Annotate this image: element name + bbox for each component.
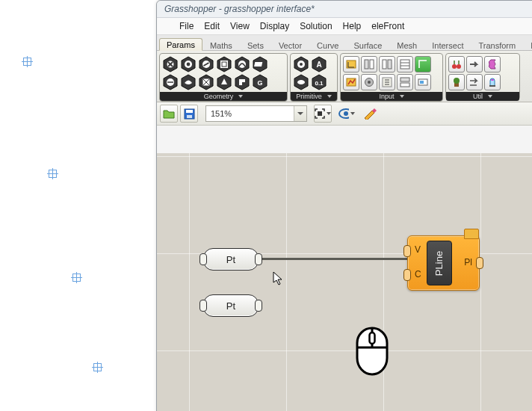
zoom-extents-button[interactable] — [314, 105, 332, 123]
node-input-grip[interactable] — [403, 269, 411, 281]
util-icon[interactable] — [484, 56, 501, 72]
polyline-component[interactable]: V C PLine Pl — [407, 235, 480, 291]
tab-transform[interactable]: Transform — [471, 39, 523, 51]
input-port-c[interactable]: C — [415, 269, 421, 279]
geometry-icon[interactable] — [216, 74, 232, 90]
menu-file[interactable]: File — [179, 21, 194, 31]
param-point-node[interactable]: Pt — [203, 248, 259, 271]
input-icon[interactable] — [379, 56, 395, 72]
sketch-button[interactable] — [362, 105, 378, 122]
geometry-icon[interactable] — [234, 74, 250, 90]
input-icon[interactable] — [361, 56, 377, 72]
tab-display-partial[interactable]: Displa — [523, 39, 532, 51]
node-input-grip[interactable] — [200, 253, 207, 265]
svg-text:0.1: 0.1 — [315, 80, 324, 87]
ribbon-panel-geometry: G Geometry — [159, 53, 288, 102]
menu-help[interactable]: Help — [343, 21, 362, 31]
tab-params[interactable]: Params — [159, 38, 202, 51]
node-output-grip[interactable] — [255, 300, 262, 312]
input-icon[interactable] — [415, 74, 431, 90]
component-body[interactable]: PLine — [427, 241, 452, 285]
input-port-v[interactable]: V — [415, 244, 421, 255]
crop-marker — [72, 274, 81, 282]
svg-rect-56 — [400, 83, 409, 87]
zoom-dropdown-icon[interactable] — [294, 106, 306, 121]
ribbon-panel-util: Util — [445, 53, 520, 100]
geometry-icon[interactable] — [180, 56, 197, 72]
panel-label[interactable]: Input — [341, 92, 442, 101]
wire[interactable] — [258, 258, 411, 260]
util-icon[interactable] — [448, 56, 465, 72]
tab-mesh[interactable]: Mesh — [389, 39, 424, 51]
geometry-icon[interactable] — [198, 74, 214, 90]
input-icon[interactable] — [415, 56, 431, 72]
util-icon[interactable] — [448, 74, 465, 90]
tab-surface[interactable]: Surface — [346, 39, 389, 51]
zoom-combo[interactable]: 151% — [205, 105, 307, 122]
svg-point-14 — [238, 61, 246, 68]
quick-toolbar: 151% — [157, 102, 532, 126]
preview-button[interactable] — [338, 105, 355, 122]
menu-view[interactable]: View — [230, 21, 250, 31]
svg-point-64 — [454, 78, 460, 84]
node-label: Pt — [226, 300, 235, 312]
geometry-icon[interactable] — [162, 74, 179, 90]
panel-label[interactable]: Util — [446, 92, 519, 101]
geometry-icon[interactable] — [198, 56, 214, 72]
primitive-icon[interactable] — [293, 74, 309, 90]
output-port-pl[interactable]: Pl — [464, 257, 472, 268]
svg-rect-55 — [400, 78, 409, 81]
util-icon[interactable] — [484, 74, 501, 90]
crop-marker — [93, 363, 102, 371]
panel-label[interactable]: Geometry — [160, 92, 287, 101]
tab-curve[interactable]: Curve — [309, 39, 346, 51]
open-button[interactable] — [160, 105, 178, 123]
component-warning-flag[interactable] — [464, 229, 479, 239]
svg-rect-68 — [186, 110, 193, 113]
tab-sets[interactable]: Sets — [240, 39, 271, 51]
ribbon-panel-primitive: A 0.1 Primitive — [290, 53, 338, 102]
tab-intersect[interactable]: Intersect — [424, 39, 471, 51]
svg-point-6 — [187, 63, 191, 67]
svg-rect-65 — [489, 85, 495, 87]
param-point-node[interactable]: Pt — [203, 294, 259, 317]
menu-display[interactable]: Display — [260, 21, 289, 31]
save-button[interactable] — [180, 105, 198, 123]
geometry-icon[interactable] — [180, 74, 197, 90]
crop-marker — [49, 170, 57, 178]
svg-point-35 — [297, 80, 305, 84]
geometry-icon[interactable] — [234, 56, 250, 72]
svg-rect-75 — [370, 333, 375, 344]
input-icon[interactable] — [343, 74, 359, 90]
canvas[interactable]: Pt Pt V C PLine Pl — [157, 153, 532, 411]
node-input-grip[interactable] — [200, 300, 207, 312]
mouse-hint-icon — [355, 327, 389, 376]
panel-label[interactable]: Primitive — [291, 92, 337, 101]
primitive-icon[interactable]: 0.1 — [311, 74, 327, 90]
svg-point-72 — [344, 111, 348, 116]
primitive-icon[interactable]: A — [311, 56, 327, 72]
node-output-grip[interactable] — [255, 253, 262, 265]
geometry-icon[interactable] — [252, 56, 268, 72]
util-icon[interactable] — [466, 56, 483, 72]
menu-edit[interactable]: Edit — [204, 21, 220, 31]
util-icon[interactable] — [466, 74, 483, 90]
input-icon[interactable] — [379, 74, 395, 90]
input-icon[interactable] — [397, 56, 413, 72]
geometry-icon[interactable] — [162, 56, 179, 72]
menu-bar: File Edit View Display Solution Help ele… — [157, 18, 532, 35]
input-icon[interactable] — [343, 56, 359, 72]
input-icon[interactable] — [361, 74, 377, 90]
svg-point-60 — [457, 64, 461, 69]
menu-elefront[interactable]: eleFront — [371, 21, 404, 31]
tab-vector[interactable]: Vector — [271, 39, 309, 51]
primitive-icon[interactable] — [293, 56, 309, 72]
geometry-icon[interactable]: G — [252, 74, 268, 90]
menu-solution[interactable]: Solution — [300, 21, 332, 31]
node-output-grip[interactable] — [476, 257, 483, 269]
input-icon[interactable] — [397, 74, 413, 90]
geometry-icon[interactable] — [216, 56, 232, 72]
node-input-grip[interactable] — [403, 245, 411, 257]
svg-point-31 — [300, 63, 303, 66]
tab-maths[interactable]: Maths — [202, 39, 240, 51]
